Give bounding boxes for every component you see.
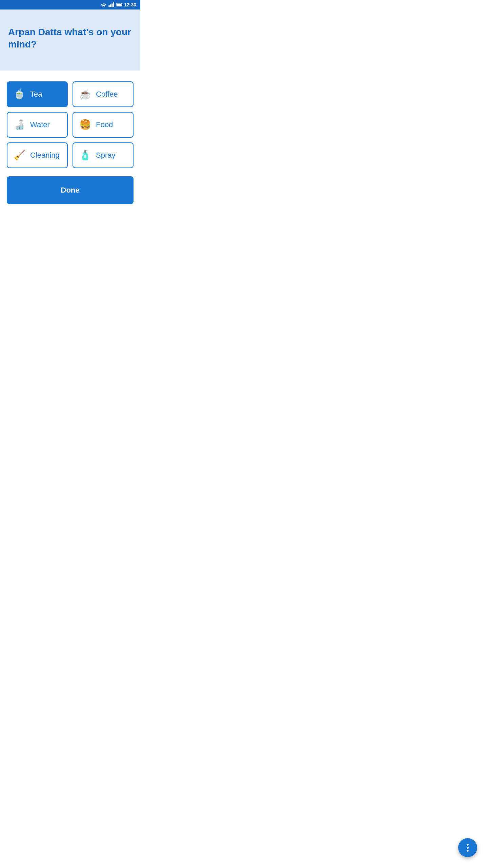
category-tea-button[interactable]: 🍵 Tea [7, 81, 68, 107]
spray-icon: 🧴 [79, 151, 91, 160]
category-spray-button[interactable]: 🧴 Spray [73, 142, 134, 168]
coffee-icon: ☕ [79, 90, 91, 99]
water-label: Water [30, 120, 50, 129]
svg-rect-5 [122, 4, 122, 5]
cleaning-label: Cleaning [30, 151, 60, 160]
category-coffee-button[interactable]: ☕ Coffee [73, 81, 134, 107]
status-icons: 12:30 [101, 2, 136, 7]
svg-rect-0 [108, 5, 110, 7]
category-cleaning-button[interactable]: 🧹 Cleaning [7, 142, 68, 168]
category-food-button[interactable]: 🍔 Food [73, 112, 134, 138]
spray-label: Spray [96, 151, 115, 160]
coffee-label: Coffee [96, 90, 118, 99]
category-water-button[interactable]: 🍶 Water [7, 112, 68, 138]
main-content: 🍵 Tea ☕ Coffee 🍶 Water 🍔 Food 🧹 Cleaning… [0, 71, 140, 218]
header: Arpan Datta what's on your mind? [0, 9, 140, 71]
status-bar: 12:30 [0, 0, 140, 9]
svg-rect-3 [113, 2, 115, 7]
tea-label: Tea [30, 90, 42, 99]
done-button[interactable]: Done [7, 176, 134, 204]
svg-rect-6 [117, 4, 121, 6]
battery-icon [116, 2, 122, 7]
wifi-icon [101, 2, 107, 7]
water-icon: 🍶 [14, 120, 25, 130]
food-icon: 🍔 [79, 120, 91, 130]
signal-icon [108, 2, 115, 7]
svg-rect-1 [110, 4, 111, 7]
header-title: Arpan Datta what's on your mind? [8, 26, 132, 51]
status-time: 12:30 [124, 2, 136, 7]
cleaning-icon: 🧹 [14, 151, 25, 160]
food-label: Food [96, 120, 113, 129]
category-grid: 🍵 Tea ☕ Coffee 🍶 Water 🍔 Food 🧹 Cleaning… [7, 81, 134, 168]
svg-rect-2 [111, 4, 113, 7]
tea-icon: 🍵 [14, 90, 25, 99]
